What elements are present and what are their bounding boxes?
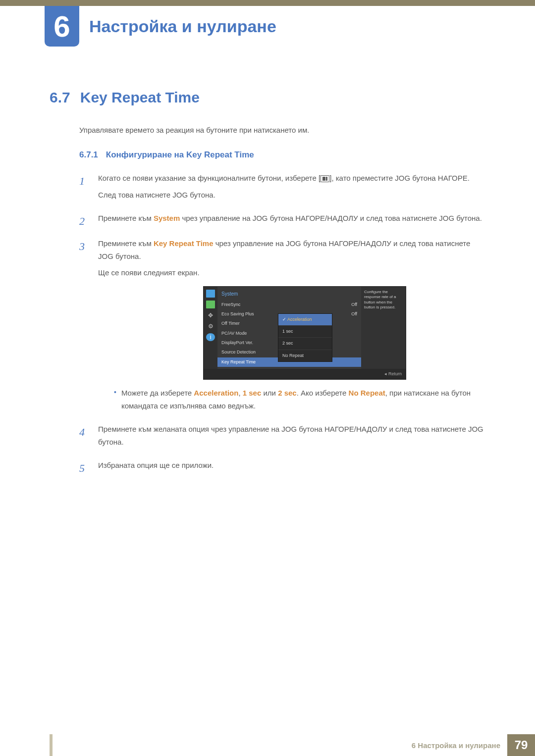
picture-icon: [206, 290, 215, 298]
osd-row-freesync: FreeSync Off: [217, 300, 361, 309]
subsection-title: Конфигуриране на Key Repeat Time: [106, 150, 254, 160]
step-text: След това натиснете JOG бутона.: [98, 189, 485, 202]
step-body: Преминете към System чрез управление на …: [98, 212, 485, 230]
osd-help-text: Configure the response rate of a button …: [361, 287, 406, 369]
osd-label: Key Repeat Time: [221, 358, 256, 366]
bullet-text: или: [261, 389, 278, 397]
steps-list: 1 Когато се появи указание за функционал…: [79, 172, 485, 478]
section-heading: 6.7 Key Repeat Time: [50, 89, 485, 106]
highlight-krt: Key Repeat Time: [154, 239, 214, 248]
highlight-norepeat: No Repeat: [349, 389, 385, 397]
osd-option-acceleration: Acceleration: [278, 314, 332, 326]
bullet-text: ,: [238, 389, 242, 397]
highlight-2sec: 2 sec: [278, 389, 297, 397]
osd-label: Source Detection: [221, 349, 256, 356]
step-number: 5: [79, 459, 90, 477]
highlight-system: System: [154, 214, 180, 222]
bullet-icon: •: [114, 387, 116, 412]
step-text: Преминете към: [98, 239, 154, 248]
step-text: Преминете към желаната опция чрез управл…: [98, 423, 485, 448]
page-footer: 6 Настройка и нулиране 79: [0, 734, 535, 756]
osd-option-norepeat: No Repeat: [278, 350, 332, 361]
step-text: Ще се появи следният екран.: [98, 266, 485, 279]
step-text: ], като преместите JOG бутона НАГОРЕ.: [329, 174, 470, 182]
footer-page-number: 79: [507, 734, 535, 756]
osd-nav-icons: ✥ ⚙ i: [204, 287, 217, 369]
section-intro: Управлявате времето за реакция на бутони…: [79, 126, 485, 134]
osd-option-1sec: 1 sec: [278, 326, 332, 338]
section-number: 6.7: [50, 89, 70, 106]
step-body: Когато се появи указание за функционални…: [98, 172, 485, 205]
footer-chapter-label: 6 Настройка и нулиране: [412, 741, 507, 750]
step-body: Преминете към Key Repeat Time чрез управ…: [98, 237, 485, 416]
step-body: Избраната опция ще се приложи.: [98, 459, 485, 477]
chapter-number-badge: 6: [45, 6, 79, 47]
osd-submenu: Acceleration 1 sec 2 sec No Repeat: [278, 313, 332, 362]
step-number: 1: [79, 172, 90, 205]
bullet-note: • Можете да изберете Acceleration, 1 sec…: [114, 387, 485, 412]
osd-menu-header: System: [217, 289, 361, 300]
bullet-text: . Ако изберете: [297, 389, 349, 397]
top-color-band: [0, 0, 535, 6]
highlight-acceleration: Acceleration: [194, 389, 238, 397]
gear-icon: ⚙: [206, 322, 215, 330]
bullet-text: Можете да изберете: [121, 389, 194, 397]
osd-option-2sec: 2 sec: [278, 338, 332, 350]
step-2: 2 Преминете към System чрез управление н…: [79, 212, 485, 230]
osd-return-hint: Return: [204, 369, 406, 379]
osd-label: Off Timer: [221, 320, 240, 327]
step-3: 3 Преминете към Key Repeat Time чрез упр…: [79, 237, 485, 416]
subsection-number: 6.7.1: [79, 150, 98, 160]
osd-screenshot: ✥ ⚙ i System FreeSync Off Eco Saving Pl: [203, 286, 406, 380]
step-4: 4 Преминете към желаната опция чрез упра…: [79, 423, 485, 452]
osd-label: FreeSync: [221, 301, 241, 308]
menu-icon: [321, 175, 329, 182]
osd-value: Off: [351, 310, 357, 318]
osd-label: Eco Saving Plus: [221, 310, 254, 318]
section-title: Key Repeat Time: [80, 89, 200, 106]
footer-accent-stripe: [50, 734, 53, 756]
osd-value: Off: [351, 301, 357, 308]
highlight-1sec: 1 sec: [243, 389, 262, 397]
step-number: 2: [79, 212, 90, 230]
info-icon: i: [206, 333, 215, 341]
chapter-title: Настройка и нулиране: [89, 17, 276, 36]
color-icon: [206, 301, 215, 308]
page-content: 6.7 Key Repeat Time Управлявате времето …: [50, 89, 485, 485]
step-text: Преминете към: [98, 214, 154, 222]
step-5: 5 Избраната опция ще се приложи.: [79, 459, 485, 477]
subsection-heading: 6.7.1 Конфигуриране на Key Repeat Time: [79, 150, 485, 160]
step-body: Преминете към желаната опция чрез управл…: [98, 423, 485, 452]
step-text: чрез управление на JOG бутона НАГОРЕ/НАД…: [180, 214, 482, 222]
osd-label: DisplayPort Ver.: [221, 339, 253, 347]
step-1: 1 Когато се появи указание за функционал…: [79, 172, 485, 205]
step-number: 3: [79, 237, 90, 416]
step-text: Избраната опция ще се приложи.: [98, 459, 485, 472]
step-text: Когато се появи указание за функционални…: [98, 174, 321, 182]
size-icon: ✥: [206, 311, 215, 319]
osd-label: PC/AV Mode: [221, 330, 247, 337]
step-number: 4: [79, 423, 90, 452]
